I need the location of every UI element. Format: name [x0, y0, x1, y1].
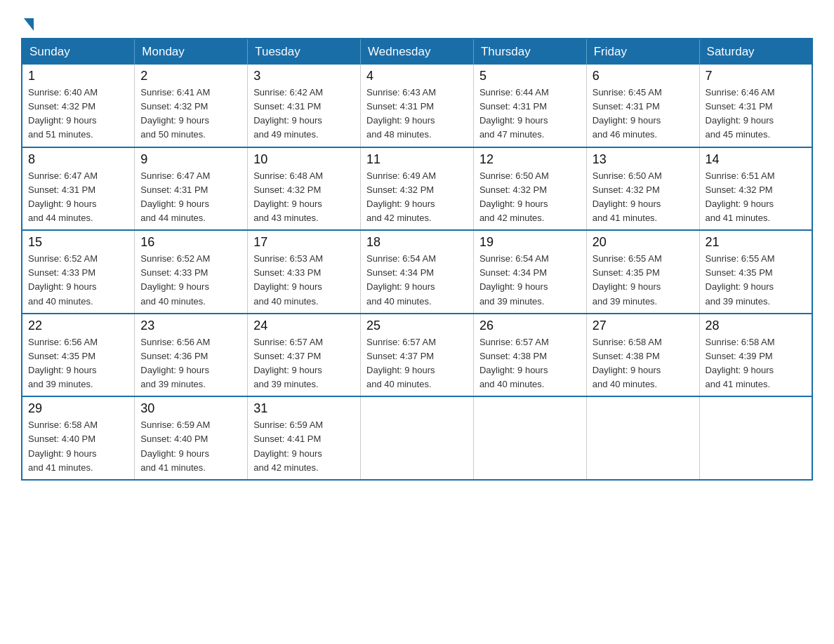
calendar-cell — [699, 396, 812, 480]
day-number: 26 — [479, 318, 581, 333]
calendar-cell: 8 Sunrise: 6:47 AMSunset: 4:31 PMDayligh… — [22, 147, 135, 231]
calendar-week-2: 8 Sunrise: 6:47 AMSunset: 4:31 PMDayligh… — [22, 147, 812, 231]
day-info: Sunrise: 6:54 AMSunset: 4:34 PMDaylight:… — [479, 253, 549, 306]
day-info: Sunrise: 6:56 AMSunset: 4:36 PMDaylight:… — [140, 337, 210, 389]
day-number: 10 — [253, 152, 355, 167]
day-number: 29 — [28, 401, 128, 416]
calendar-cell: 6 Sunrise: 6:45 AMSunset: 4:31 PMDayligh… — [586, 65, 699, 147]
calendar-cell: 28 Sunrise: 6:58 AMSunset: 4:39 PMDaylig… — [699, 314, 812, 397]
calendar-cell: 29 Sunrise: 6:58 AMSunset: 4:40 PMDaylig… — [22, 396, 135, 480]
day-info: Sunrise: 6:40 AMSunset: 4:32 PMDaylight:… — [28, 87, 98, 140]
header-day-thursday: Thursday — [473, 39, 586, 65]
calendar-cell: 12 Sunrise: 6:50 AMSunset: 4:32 PMDaylig… — [473, 147, 586, 231]
day-info: Sunrise: 6:56 AMSunset: 4:35 PMDaylight:… — [28, 337, 98, 389]
day-info: Sunrise: 6:48 AMSunset: 4:32 PMDaylight:… — [253, 170, 323, 223]
day-info: Sunrise: 6:50 AMSunset: 4:32 PMDaylight:… — [593, 170, 662, 223]
calendar-cell: 5 Sunrise: 6:44 AMSunset: 4:31 PMDayligh… — [473, 65, 586, 147]
calendar-cell — [586, 396, 699, 480]
header-day-wednesday: Wednesday — [361, 39, 474, 65]
calendar-cell: 10 Sunrise: 6:48 AMSunset: 4:32 PMDaylig… — [248, 147, 361, 231]
calendar-cell: 11 Sunrise: 6:49 AMSunset: 4:32 PMDaylig… — [361, 147, 474, 231]
day-number: 28 — [706, 318, 806, 333]
page-header — [21, 14, 813, 31]
calendar-week-3: 15 Sunrise: 6:52 AMSunset: 4:33 PMDaylig… — [22, 230, 812, 314]
header-day-saturday: Saturday — [699, 39, 812, 65]
day-number: 22 — [28, 318, 128, 333]
logo-triangle-icon — [24, 18, 34, 31]
day-info: Sunrise: 6:57 AMSunset: 4:37 PMDaylight:… — [253, 337, 323, 389]
calendar-cell: 1 Sunrise: 6:40 AMSunset: 4:32 PMDayligh… — [22, 65, 135, 147]
day-number: 4 — [366, 69, 468, 83]
day-number: 18 — [366, 235, 468, 250]
day-number: 17 — [253, 235, 355, 250]
day-info: Sunrise: 6:47 AMSunset: 4:31 PMDaylight:… — [28, 170, 98, 223]
day-info: Sunrise: 6:53 AMSunset: 4:33 PMDaylight:… — [253, 253, 323, 306]
day-info: Sunrise: 6:52 AMSunset: 4:33 PMDaylight:… — [140, 253, 210, 306]
day-info: Sunrise: 6:54 AMSunset: 4:34 PMDaylight:… — [366, 253, 436, 306]
calendar-cell: 4 Sunrise: 6:43 AMSunset: 4:31 PMDayligh… — [361, 65, 474, 147]
calendar-cell: 27 Sunrise: 6:58 AMSunset: 4:38 PMDaylig… — [586, 314, 699, 397]
day-info: Sunrise: 6:44 AMSunset: 4:31 PMDaylight:… — [479, 87, 549, 140]
calendar-week-1: 1 Sunrise: 6:40 AMSunset: 4:32 PMDayligh… — [22, 65, 812, 147]
day-info: Sunrise: 6:46 AMSunset: 4:31 PMDaylight:… — [706, 87, 775, 140]
day-info: Sunrise: 6:47 AMSunset: 4:31 PMDaylight:… — [140, 170, 210, 223]
header-row: SundayMondayTuesdayWednesdayThursdayFrid… — [22, 39, 812, 65]
calendar-cell: 14 Sunrise: 6:51 AMSunset: 4:32 PMDaylig… — [699, 147, 812, 231]
header-day-tuesday: Tuesday — [248, 39, 361, 65]
day-info: Sunrise: 6:49 AMSunset: 4:32 PMDaylight:… — [366, 170, 436, 223]
day-number: 5 — [479, 69, 581, 83]
calendar-cell: 30 Sunrise: 6:59 AMSunset: 4:40 PMDaylig… — [135, 396, 248, 480]
day-info: Sunrise: 6:45 AMSunset: 4:31 PMDaylight:… — [593, 87, 662, 140]
day-number: 15 — [28, 235, 128, 250]
calendar-table: SundayMondayTuesdayWednesdayThursdayFrid… — [21, 38, 813, 481]
calendar-cell: 15 Sunrise: 6:52 AMSunset: 4:33 PMDaylig… — [22, 230, 135, 314]
day-number: 31 — [253, 401, 355, 416]
calendar-week-4: 22 Sunrise: 6:56 AMSunset: 4:35 PMDaylig… — [22, 314, 812, 397]
calendar-cell: 16 Sunrise: 6:52 AMSunset: 4:33 PMDaylig… — [135, 230, 248, 314]
header-day-monday: Monday — [135, 39, 248, 65]
day-info: Sunrise: 6:58 AMSunset: 4:40 PMDaylight:… — [28, 420, 98, 472]
day-number: 6 — [593, 69, 694, 83]
day-info: Sunrise: 6:58 AMSunset: 4:39 PMDaylight:… — [706, 337, 775, 389]
day-number: 7 — [706, 69, 806, 83]
day-info: Sunrise: 6:50 AMSunset: 4:32 PMDaylight:… — [479, 170, 549, 223]
day-number: 2 — [140, 69, 241, 83]
day-number: 25 — [366, 318, 468, 333]
day-number: 20 — [593, 235, 694, 250]
day-info: Sunrise: 6:51 AMSunset: 4:32 PMDaylight:… — [706, 170, 775, 223]
day-info: Sunrise: 6:55 AMSunset: 4:35 PMDaylight:… — [593, 253, 662, 306]
day-number: 14 — [706, 152, 806, 167]
calendar-cell: 17 Sunrise: 6:53 AMSunset: 4:33 PMDaylig… — [248, 230, 361, 314]
calendar-cell: 7 Sunrise: 6:46 AMSunset: 4:31 PMDayligh… — [699, 65, 812, 147]
day-number: 11 — [366, 152, 468, 167]
day-number: 21 — [706, 235, 806, 250]
day-info: Sunrise: 6:55 AMSunset: 4:35 PMDaylight:… — [706, 253, 775, 306]
day-number: 8 — [28, 152, 128, 167]
day-number: 13 — [593, 152, 694, 167]
calendar-cell: 20 Sunrise: 6:55 AMSunset: 4:35 PMDaylig… — [586, 230, 699, 314]
day-number: 24 — [253, 318, 355, 333]
day-number: 1 — [28, 69, 128, 83]
calendar-cell: 22 Sunrise: 6:56 AMSunset: 4:35 PMDaylig… — [22, 314, 135, 397]
day-number: 3 — [253, 69, 355, 83]
day-info: Sunrise: 6:57 AMSunset: 4:38 PMDaylight:… — [479, 337, 549, 389]
day-info: Sunrise: 6:59 AMSunset: 4:40 PMDaylight:… — [140, 420, 210, 472]
day-info: Sunrise: 6:41 AMSunset: 4:32 PMDaylight:… — [140, 87, 210, 140]
day-number: 19 — [479, 235, 581, 250]
day-number: 27 — [593, 318, 694, 333]
day-number: 9 — [140, 152, 241, 167]
calendar-cell — [473, 396, 586, 480]
day-info: Sunrise: 6:58 AMSunset: 4:38 PMDaylight:… — [593, 337, 662, 389]
day-info: Sunrise: 6:59 AMSunset: 4:41 PMDaylight:… — [253, 420, 323, 472]
day-info: Sunrise: 6:52 AMSunset: 4:33 PMDaylight:… — [28, 253, 98, 306]
calendar-cell: 2 Sunrise: 6:41 AMSunset: 4:32 PMDayligh… — [135, 65, 248, 147]
calendar-cell: 13 Sunrise: 6:50 AMSunset: 4:32 PMDaylig… — [586, 147, 699, 231]
calendar-week-5: 29 Sunrise: 6:58 AMSunset: 4:40 PMDaylig… — [22, 396, 812, 480]
calendar-cell: 25 Sunrise: 6:57 AMSunset: 4:37 PMDaylig… — [361, 314, 474, 397]
calendar-cell: 9 Sunrise: 6:47 AMSunset: 4:31 PMDayligh… — [135, 147, 248, 231]
header-day-sunday: Sunday — [22, 39, 135, 65]
calendar-cell: 26 Sunrise: 6:57 AMSunset: 4:38 PMDaylig… — [473, 314, 586, 397]
calendar-cell: 23 Sunrise: 6:56 AMSunset: 4:36 PMDaylig… — [135, 314, 248, 397]
day-number: 23 — [140, 318, 241, 333]
header-day-friday: Friday — [586, 39, 699, 65]
